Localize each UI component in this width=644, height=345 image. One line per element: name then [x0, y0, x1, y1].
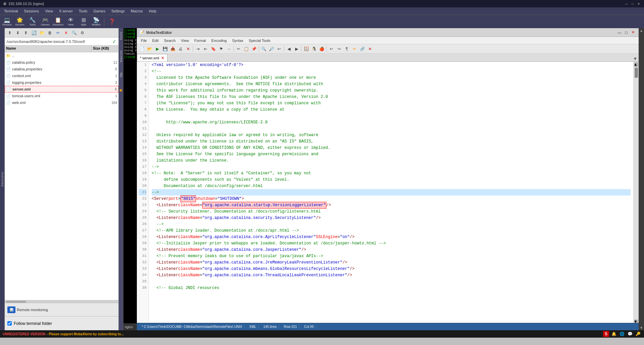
servers-btn[interactable]: 🌟 Servers: [14, 16, 25, 27]
tools-btn[interactable]: 🔧 Tools: [27, 16, 38, 27]
nginx-tab[interactable]: nginx: [123, 324, 137, 330]
editor-menu-file[interactable]: File: [138, 38, 150, 43]
et-close2-btn[interactable]: ✕: [366, 45, 374, 53]
editor-menu-search[interactable]: Search: [161, 38, 178, 43]
et-close-btn[interactable]: ✕: [184, 45, 192, 53]
file-item-0[interactable]: 📄 catalina.policy 11: [5, 59, 118, 66]
scroll-thumb[interactable]: [635, 68, 638, 78]
fp-upload-btn[interactable]: ⬆: [22, 29, 30, 37]
taskbar-icon-3[interactable]: 💬: [627, 331, 633, 337]
et-open-btn[interactable]: 📂: [146, 45, 153, 53]
editor-menu-format[interactable]: Format: [192, 38, 209, 43]
menu-macros[interactable]: Macros: [128, 8, 146, 14]
file-item-4[interactable]: 📄 tomcat-users.xml 1: [5, 93, 118, 99]
et-cut-btn[interactable]: ✂: [235, 45, 242, 53]
editor-menu-syntax[interactable]: Syntax: [229, 38, 246, 43]
taskbar-icon-2[interactable]: 🌐: [619, 331, 625, 337]
menu-sessions[interactable]: Sessions: [21, 8, 42, 14]
et-wrap-btn[interactable]: ↩: [275, 45, 283, 53]
fp-download-btn[interactable]: ⬇: [14, 29, 21, 37]
et-link-btn[interactable]: 🔗: [359, 45, 366, 53]
et-next-btn[interactable]: ▶: [293, 45, 300, 53]
fp-delete-btn[interactable]: 🗑: [46, 29, 54, 37]
maximize-button[interactable]: □: [630, 1, 635, 6]
menu-settings[interactable]: Settings: [109, 8, 127, 14]
editor-menu-view[interactable]: View: [178, 38, 192, 43]
star-icon[interactable]: ★: [119, 88, 123, 93]
follow-terminal-checkbox[interactable]: [7, 321, 12, 326]
editor-close-btn[interactable]: ✕: [630, 30, 636, 36]
slip-sidebar-label[interactable]: Slip: [119, 72, 123, 77]
col-name-header[interactable]: Name: [5, 46, 92, 52]
et-mac-btn[interactable]: 🍎: [318, 45, 325, 53]
scroll-down-btn[interactable]: ▼: [634, 320, 638, 323]
et-zoom-in-btn[interactable]: 🔍: [260, 45, 267, 53]
et-bookmark2-btn[interactable]: ⚑: [217, 45, 225, 53]
file-item-3[interactable]: 📄 logging.properties 3: [5, 79, 118, 86]
scroll-up-btn[interactable]: ▲: [634, 62, 638, 67]
right-edge-scrollbar[interactable]: ▲ ▼: [639, 28, 644, 330]
et-new-btn[interactable]: 📄: [138, 45, 146, 53]
et-win-btn[interactable]: 🪟: [303, 45, 310, 53]
right-scroll-up[interactable]: ▲: [640, 29, 643, 33]
file-item-2[interactable]: 📄 context.xml 1: [5, 72, 118, 79]
fp-refresh-btn[interactable]: 🔄: [30, 29, 38, 37]
tab-server-xml[interactable]: * server.xml ✕: [137, 54, 167, 61]
et-copy-btn[interactable]: 📋: [243, 45, 250, 53]
editor-minimize-btn[interactable]: —: [616, 30, 623, 36]
et-bookmark-btn[interactable]: 🔖: [210, 45, 217, 53]
fp-up-btn[interactable]: ⬆: [6, 29, 13, 37]
menu-help[interactable]: Help: [146, 8, 159, 14]
close-button[interactable]: ✕: [636, 1, 641, 6]
et-run-btn[interactable]: ▶: [154, 45, 161, 53]
et-save-btn[interactable]: 💾: [161, 45, 169, 53]
col-size-header[interactable]: Size (KB): [92, 46, 118, 52]
right-scroll-down[interactable]: ▼: [640, 326, 643, 330]
fp-settings-btn[interactable]: ⚙: [78, 29, 86, 37]
taskbar-icon-4[interactable]: 🔑: [635, 331, 641, 337]
et-undo-btn[interactable]: ↩: [328, 45, 335, 53]
et-redo-btn[interactable]: ↪: [335, 45, 343, 53]
file-item-parent[interactable]: 📁 ..: [5, 52, 118, 59]
taskbar-icon-1[interactable]: 🔔: [610, 331, 617, 337]
tabs-scroll-btn[interactable]: ▼: [632, 56, 639, 61]
file-item-server-xml[interactable]: 📄 server.xml 6: [5, 86, 118, 93]
tools-sidebar-label[interactable]: Tools: [119, 32, 123, 40]
session-btn[interactable]: 💻 Session: [1, 16, 13, 27]
menu-terminal[interactable]: Terminal: [1, 8, 21, 14]
sessions-btn[interactable]: 📋 Sessions: [52, 16, 64, 27]
tab-close-icon[interactable]: ✕: [161, 56, 164, 60]
file-item-5[interactable]: 📄 web.xml 164: [5, 99, 118, 106]
et-paste-btn[interactable]: 📌: [250, 45, 258, 53]
et-prev-btn[interactable]: ◀: [285, 45, 292, 53]
editor-vscroll[interactable]: ▲ ▼: [633, 62, 639, 323]
fp-close-btn[interactable]: ✕: [62, 29, 70, 37]
view-btn[interactable]: 👁 View: [65, 16, 76, 27]
editor-menu-encoding[interactable]: Encoding: [209, 38, 229, 43]
menu-xserver[interactable]: X server: [56, 8, 75, 14]
et-saveas-btn[interactable]: 📥: [169, 45, 176, 53]
games-btn[interactable]: 🎮 Games: [40, 16, 51, 27]
multiex-btn[interactable]: 📡 MultiEx: [91, 16, 102, 27]
et-zoom-out-btn[interactable]: 🔎: [268, 45, 275, 53]
et-highlight-btn[interactable]: ✏: [351, 45, 358, 53]
file-panel-hscroll[interactable]: [5, 300, 118, 303]
split-btn[interactable]: ⊞ Split: [78, 16, 89, 27]
et-print-btn[interactable]: 🖨: [177, 45, 184, 53]
fp-new-folder-btn[interactable]: 📁: [38, 29, 46, 37]
fp-search-btn[interactable]: 🔍: [70, 29, 78, 37]
file-item-1[interactable]: 📄 catalina.properties 6: [5, 66, 118, 72]
et-indent-btn[interactable]: ⇥: [194, 45, 202, 53]
menu-tools[interactable]: Tools: [76, 8, 90, 14]
macros-sidebar-label[interactable]: Macros: [119, 50, 123, 62]
remote-monitoring-btn[interactable]: 📊 Remote monitoring: [7, 306, 48, 313]
sessions-label[interactable]: Sessions: [1, 172, 4, 187]
et-para-btn[interactable]: ¶: [343, 45, 351, 53]
editor-maximize-btn[interactable]: □: [623, 30, 629, 36]
fp-edit-btn[interactable]: ✏: [54, 29, 62, 37]
minimize-button[interactable]: —: [624, 1, 629, 6]
menu-view[interactable]: View: [42, 8, 56, 14]
et-unindent-btn[interactable]: ⇤: [202, 45, 209, 53]
et-arrow-btn[interactable]: →: [225, 45, 232, 53]
menu-games[interactable]: Games: [91, 8, 108, 14]
